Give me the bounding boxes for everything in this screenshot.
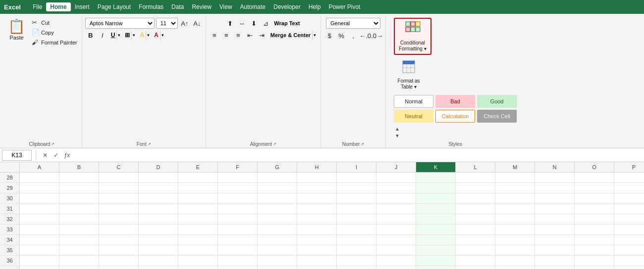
cell[interactable] (337, 173, 376, 182)
cell[interactable] (535, 224, 575, 234)
wrap-text-button[interactable]: Wrap Text (272, 18, 302, 29)
cell[interactable] (337, 193, 376, 203)
cell[interactable] (337, 183, 376, 193)
cell[interactable] (99, 193, 139, 203)
cell[interactable] (178, 204, 218, 214)
col-header-F[interactable]: F (218, 162, 258, 172)
bad-style-button[interactable]: Bad (435, 95, 475, 108)
cell[interactable] (178, 214, 218, 224)
cell[interactable] (139, 224, 178, 234)
cell[interactable] (337, 235, 376, 245)
menu-view[interactable]: View (215, 2, 236, 11)
cell[interactable] (575, 266, 614, 269)
cut-button[interactable]: ✂ Cut (30, 18, 79, 27)
cell[interactable] (337, 266, 376, 269)
cell[interactable] (178, 266, 218, 269)
cell[interactable] (535, 214, 575, 224)
confirm-formula-button[interactable]: ✓ (51, 150, 61, 160)
cell[interactable] (218, 173, 258, 182)
cell[interactable] (258, 214, 297, 224)
cell[interactable] (456, 193, 495, 203)
decrease-indent-button[interactable]: ⇤ (245, 30, 256, 41)
cell[interactable] (614, 245, 644, 255)
cell[interactable] (614, 256, 644, 266)
cell[interactable] (59, 193, 99, 203)
cell[interactable] (218, 224, 258, 234)
cell[interactable] (456, 266, 495, 269)
col-header-K[interactable]: K (416, 162, 456, 172)
cell[interactable] (416, 256, 456, 266)
menu-review[interactable]: Review (188, 2, 215, 11)
number-expand-icon[interactable]: ↗ (361, 142, 364, 146)
neutral-style-button[interactable]: Neutral (394, 110, 433, 123)
col-header-D[interactable]: D (139, 162, 178, 172)
cell[interactable] (20, 214, 59, 224)
copy-button[interactable]: 📄 Copy (30, 28, 79, 37)
font-color-arrow[interactable]: ▾ (160, 30, 165, 40)
menu-developer[interactable]: Developer (269, 2, 305, 11)
cell[interactable] (99, 183, 139, 193)
scroll-down-icon[interactable]: ▼ (395, 133, 400, 139)
cell[interactable] (416, 183, 456, 193)
cell[interactable] (376, 224, 416, 234)
cell[interactable] (218, 266, 258, 269)
cell[interactable] (376, 183, 416, 193)
good-style-button[interactable]: Good (477, 95, 517, 108)
cell[interactable] (20, 193, 59, 203)
cell[interactable] (376, 266, 416, 269)
cell[interactable] (258, 183, 297, 193)
cell[interactable] (59, 173, 99, 182)
cell[interactable] (59, 183, 99, 193)
cell[interactable] (178, 173, 218, 182)
cell[interactable] (59, 224, 99, 234)
align-center-button[interactable]: ≡ (221, 30, 232, 41)
cell[interactable] (297, 214, 337, 224)
cell[interactable] (614, 204, 644, 214)
conditional-formatting-button[interactable]: ConditionalFormatting ▾ (394, 18, 431, 55)
font-color-button[interactable]: A ▾ (152, 30, 165, 41)
cell[interactable] (456, 256, 495, 266)
cell[interactable] (456, 183, 495, 193)
cell[interactable] (337, 214, 376, 224)
cell[interactable] (614, 183, 644, 193)
cell[interactable] (218, 256, 258, 266)
cell[interactable] (178, 256, 218, 266)
cell[interactable] (575, 204, 614, 214)
cell[interactable] (139, 193, 178, 203)
menu-help[interactable]: Help (305, 2, 325, 11)
cell[interactable] (59, 204, 99, 214)
cell[interactable] (258, 235, 297, 245)
cell[interactable] (297, 204, 337, 214)
format-as-table-button[interactable]: Format asTable ▾ (394, 58, 424, 92)
cell[interactable] (258, 193, 297, 203)
cell[interactable] (139, 214, 178, 224)
col-header-O[interactable]: O (575, 162, 614, 172)
cell[interactable] (495, 256, 535, 266)
menu-automate[interactable]: Automate (236, 2, 269, 11)
cell[interactable] (575, 214, 614, 224)
cell[interactable] (456, 214, 495, 224)
alignment-expand-icon[interactable]: ↗ (273, 142, 276, 146)
cell[interactable] (416, 214, 456, 224)
cell[interactable] (495, 173, 535, 182)
cell[interactable] (614, 224, 644, 234)
cell[interactable] (416, 193, 456, 203)
cell[interactable] (495, 193, 535, 203)
cell[interactable] (337, 204, 376, 214)
menu-file[interactable]: File (29, 2, 46, 11)
cell[interactable] (337, 224, 376, 234)
cell[interactable] (535, 266, 575, 269)
check-cell-style-button[interactable]: Check Cell (477, 110, 517, 123)
cell[interactable] (218, 204, 258, 214)
cell[interactable] (258, 256, 297, 266)
cell[interactable] (178, 235, 218, 245)
menu-formulas[interactable]: Formulas (135, 2, 167, 11)
cell[interactable] (376, 256, 416, 266)
cell[interactable] (495, 235, 535, 245)
text-angle-button[interactable]: ⊿ (260, 18, 271, 29)
underline-arrow[interactable]: ▾ (116, 30, 121, 40)
cell[interactable] (258, 245, 297, 255)
cell[interactable] (535, 235, 575, 245)
cell[interactable] (575, 235, 614, 245)
cell[interactable] (258, 204, 297, 214)
